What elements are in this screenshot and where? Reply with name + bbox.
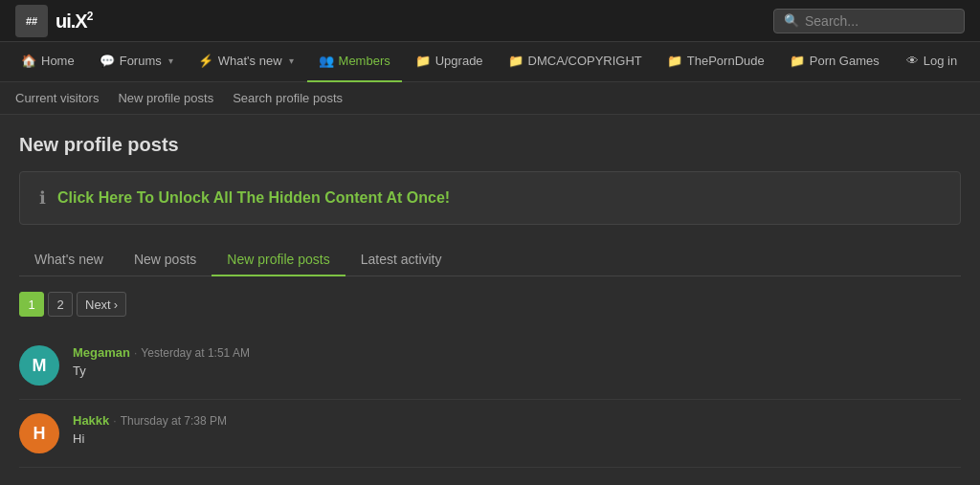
tab-latest-activity[interactable]: Latest activity bbox=[345, 244, 457, 276]
tabs-row: What's new New posts New profile posts L… bbox=[19, 244, 961, 276]
nav-item-upgrade[interactable]: 📁 Upgrade bbox=[404, 42, 495, 82]
nav-label-dmca: DMCA/COPYRIGHT bbox=[528, 54, 642, 68]
dmca-icon: 📁 bbox=[508, 54, 523, 68]
search-input[interactable] bbox=[805, 13, 954, 29]
page-btn-2[interactable]: 2 bbox=[48, 292, 73, 317]
pornhub-icon: 📁 bbox=[667, 54, 682, 68]
post-body: Megaman · Yesterday at 1:51 AM Ty bbox=[73, 345, 961, 378]
table-row: M Megaman · Yesterday at 1:51 AM Ty bbox=[19, 332, 961, 400]
main-content: New profile posts ℹ Click Here To Unlock… bbox=[0, 115, 980, 485]
nav-label-pornhub: ThePornDude bbox=[687, 54, 765, 68]
promo-info-icon: ℹ bbox=[39, 187, 46, 209]
post-time: Thursday at 7:38 PM bbox=[121, 414, 227, 428]
pagination: 1 2 Next › bbox=[19, 292, 961, 317]
tab-whats-new[interactable]: What's new bbox=[19, 244, 119, 276]
nav-item-whats-new[interactable]: ⚡ What's new ▾ bbox=[187, 42, 305, 82]
post-dot: · bbox=[134, 346, 137, 360]
nav-item-forums[interactable]: 💬 Forums ▾ bbox=[88, 42, 185, 82]
nav-item-login[interactable]: 👁 Log in bbox=[895, 42, 969, 82]
nav-item-porngames[interactable]: 📁 Porn Games bbox=[778, 42, 891, 82]
post-text: Hi bbox=[73, 431, 961, 446]
nav-item-pornhub[interactable]: 📁 ThePornDude bbox=[656, 42, 776, 82]
post-dot: · bbox=[113, 414, 116, 428]
post-meta: Megaman · Yesterday at 1:51 AM bbox=[73, 345, 961, 360]
forums-dropdown-icon: ▾ bbox=[168, 55, 173, 66]
forums-icon: 💬 bbox=[100, 54, 115, 68]
logo-text: ui.X2 bbox=[56, 10, 92, 33]
next-arrow-icon: › bbox=[114, 298, 118, 312]
whats-new-icon: ⚡ bbox=[198, 54, 213, 68]
logo-icon: ## bbox=[15, 5, 48, 37]
nav-label-forums: Forums bbox=[120, 54, 162, 68]
tab-new-profile-posts[interactable]: New profile posts bbox=[212, 244, 345, 276]
members-icon: 👥 bbox=[319, 54, 334, 68]
tab-new-posts[interactable]: New posts bbox=[119, 244, 212, 276]
nav-item-dmca[interactable]: 📁 DMCA/COPYRIGHT bbox=[497, 42, 654, 82]
top-bar: ## ui.X2 🔍 bbox=[0, 0, 980, 42]
nav-item-register[interactable]: 📁 Register bbox=[970, 42, 980, 82]
nav-label-upgrade: Upgrade bbox=[435, 54, 483, 68]
home-icon: 🏠 bbox=[21, 54, 36, 68]
post-body: Hakkk · Thursday at 7:38 PM Hi bbox=[73, 413, 961, 446]
avatar: M bbox=[19, 345, 59, 386]
nav-item-members[interactable]: 👥 Members bbox=[307, 42, 402, 82]
promo-link[interactable]: Click Here To Unlock All The Hidden Cont… bbox=[57, 189, 450, 207]
nav-label-members: Members bbox=[339, 54, 390, 68]
nav-bar: 🏠 Home 💬 Forums ▾ ⚡ What's new ▾ 👥 Membe… bbox=[0, 42, 980, 82]
promo-box: ℹ Click Here To Unlock All The Hidden Co… bbox=[19, 171, 961, 225]
search-area[interactable]: 🔍 bbox=[773, 9, 965, 33]
post-meta: Hakkk · Thursday at 7:38 PM bbox=[73, 413, 961, 428]
posts-list: M Megaman · Yesterday at 1:51 AM Ty H Ha… bbox=[19, 332, 961, 468]
post-text: Ty bbox=[73, 364, 961, 378]
nav-label-home: Home bbox=[41, 54, 75, 68]
sub-nav-new-profile-posts[interactable]: New profile posts bbox=[118, 91, 213, 105]
table-row: H Hakkk · Thursday at 7:38 PM Hi bbox=[19, 400, 961, 468]
page-title: New profile posts bbox=[19, 134, 961, 156]
upgrade-icon: 📁 bbox=[415, 54, 431, 68]
post-author[interactable]: Hakkk bbox=[73, 413, 109, 428]
porngames-icon: 📁 bbox=[790, 54, 805, 68]
logo-area: ## ui.X2 bbox=[15, 5, 92, 37]
sub-nav: Current visitors New profile posts Searc… bbox=[0, 82, 980, 115]
nav-item-home[interactable]: 🏠 Home bbox=[10, 42, 86, 82]
avatar: H bbox=[19, 413, 59, 453]
search-icon: 🔍 bbox=[784, 13, 799, 28]
whats-new-dropdown-icon: ▾ bbox=[289, 55, 294, 66]
post-time: Yesterday at 1:51 AM bbox=[141, 346, 250, 360]
sub-nav-current-visitors[interactable]: Current visitors bbox=[15, 91, 99, 105]
page-next-button[interactable]: Next › bbox=[77, 292, 126, 317]
nav-label-login: Log in bbox=[924, 54, 957, 68]
nav-label-whats-new: What's new bbox=[218, 54, 282, 68]
page-btn-1[interactable]: 1 bbox=[19, 292, 44, 317]
logo-sup: 2 bbox=[87, 10, 93, 23]
post-author[interactable]: Megaman bbox=[73, 345, 130, 360]
login-icon: 👁 bbox=[906, 54, 919, 68]
next-label: Next bbox=[85, 298, 111, 312]
sub-nav-search-profile-posts[interactable]: Search profile posts bbox=[233, 91, 343, 105]
nav-label-porngames: Porn Games bbox=[810, 54, 880, 68]
